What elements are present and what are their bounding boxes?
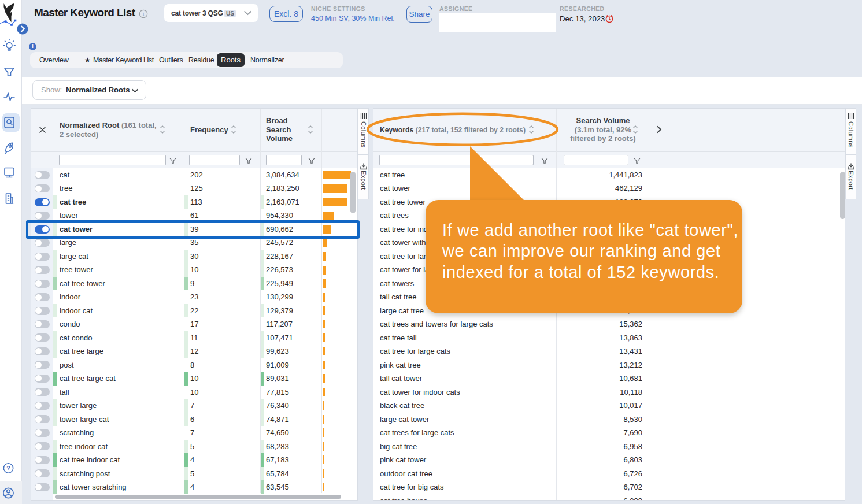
svg-text:?: ? <box>6 465 10 472</box>
svg-text:i: i <box>143 11 145 17</box>
